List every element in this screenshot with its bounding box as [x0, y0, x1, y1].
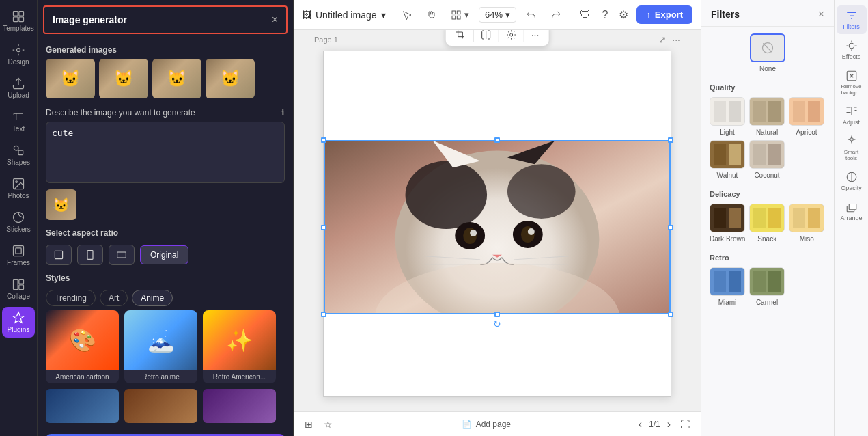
- chevron-down-icon: ▾: [464, 10, 469, 20]
- crop-tool-button[interactable]: [451, 30, 471, 43]
- filter-item-coconut[interactable]: Coconut: [749, 140, 785, 179]
- filter-item-none[interactable]: None: [710, 33, 826, 72]
- filter-section-quality: Quality Light Natural Apricot: [701, 77, 834, 183]
- export-button[interactable]: ↑ Export: [636, 5, 692, 24]
- resize-handle-mr[interactable]: [668, 225, 673, 230]
- right-icon-opacity[interactable]: Opacity: [837, 167, 867, 195]
- view-options-button[interactable]: ▾: [447, 7, 473, 23]
- bottom-left: ⊞ ☆: [302, 416, 335, 433]
- help-icon-button[interactable]: ?: [599, 6, 611, 24]
- resize-handle-bc[interactable]: [494, 312, 500, 317]
- filter-item-light[interactable]: Light: [710, 97, 745, 136]
- filter-thumb-dark-brown: [710, 204, 745, 232]
- sidebar-item-stickers[interactable]: Stickers: [2, 206, 35, 237]
- style-card-american-cartoon[interactable]: 🎨 American cartoon: [46, 310, 119, 383]
- resize-handle-tc[interactable]: [494, 137, 500, 143]
- filter-item-snack[interactable]: Snack: [749, 204, 785, 243]
- more-style-card-1[interactable]: [46, 389, 119, 423]
- svg-rect-77: [849, 204, 856, 210]
- fullscreen-button[interactable]: ⛶: [677, 416, 692, 433]
- right-icon-smart-tools[interactable]: Smart tools: [837, 131, 867, 165]
- add-page-button[interactable]: 📄 Add page: [462, 420, 511, 429]
- describe-textarea[interactable]: cute: [46, 122, 285, 183]
- sidebar-item-collage[interactable]: Collage: [2, 273, 35, 304]
- canvas-container[interactable]: Page 1 ⤢ ··· ···: [294, 30, 701, 411]
- filter-item-apricot[interactable]: Apricot: [789, 97, 824, 136]
- cat-image[interactable]: [324, 140, 671, 314]
- svg-rect-48: [768, 101, 781, 122]
- rotate-handle[interactable]: ↻: [493, 318, 501, 329]
- resize-handle-tr[interactable]: [668, 137, 673, 143]
- redo-button[interactable]: [546, 7, 565, 23]
- flip-tool-button[interactable]: [477, 30, 496, 43]
- sidebar-item-text[interactable]: Text: [2, 106, 35, 137]
- filters-close-button[interactable]: ×: [818, 8, 824, 21]
- filter-item-walnut[interactable]: Walnut: [710, 140, 745, 179]
- filter-item-miso[interactable]: Miso: [789, 204, 824, 243]
- filter-item-dark-brown[interactable]: Dark Brown: [710, 204, 745, 243]
- panel-title: Image generator: [53, 14, 127, 25]
- selected-image-container[interactable]: ↻: [324, 140, 671, 314]
- more-style-card-2[interactable]: [124, 389, 197, 423]
- right-icon-filters[interactable]: Filters: [837, 5, 867, 34]
- page-icon-more[interactable]: ···: [672, 34, 680, 45]
- filter-section-retro-title: Retro: [710, 254, 826, 262]
- svg-point-73: [849, 43, 854, 49]
- aspect-original-button[interactable]: Original: [140, 245, 188, 264]
- effects-tool-button[interactable]: [502, 30, 521, 43]
- shield-icon-button[interactable]: 🛡: [577, 6, 593, 24]
- canvas-frame: ···: [323, 51, 671, 397]
- style-card-retro-anime[interactable]: 🗻 Retro anime: [124, 310, 197, 383]
- gen-image-3[interactable]: 🐱: [152, 59, 201, 98]
- resize-handle-ml[interactable]: [321, 225, 326, 230]
- svg-rect-66: [808, 208, 820, 228]
- select-tool-button[interactable]: [397, 7, 417, 23]
- resize-handle-bl[interactable]: [321, 312, 326, 317]
- sidebar-item-design[interactable]: Design: [2, 39, 35, 70]
- panel-close-button[interactable]: ×: [272, 14, 278, 26]
- sidebar-item-plugins[interactable]: Plugins: [2, 307, 35, 338]
- doc-title[interactable]: 🖼 Untitled image ▾: [302, 10, 386, 21]
- resize-handle-tl[interactable]: [321, 137, 326, 143]
- right-icon-remove-bg[interactable]: Remove backgr...: [837, 66, 867, 100]
- sidebar-item-templates[interactable]: Templates: [2, 5, 35, 36]
- aspect-landscape-button[interactable]: [109, 245, 135, 265]
- resize-handle-br[interactable]: [668, 312, 673, 317]
- more-style-card-3[interactable]: [203, 389, 276, 423]
- filter-name-coconut: Coconut: [754, 172, 779, 179]
- svg-rect-1: [19, 12, 24, 16]
- zoom-control[interactable]: 64% ▾: [479, 7, 516, 23]
- style-tab-art[interactable]: Art: [100, 290, 128, 306]
- right-sidebar: Filters Effects Remove backgr... Adjust …: [834, 0, 868, 436]
- gen-image-2[interactable]: 🐱: [99, 59, 148, 98]
- sidebar-item-upload[interactable]: Upload: [2, 72, 35, 103]
- prev-page-button[interactable]: ‹: [637, 417, 643, 432]
- bottom-star-icon-button[interactable]: ☆: [321, 416, 335, 433]
- svg-rect-59: [714, 208, 726, 228]
- filter-item-natural[interactable]: Natural: [749, 97, 785, 136]
- toolbar-center: ▾ 64% ▾: [397, 7, 565, 23]
- sidebar-item-photos[interactable]: Photos: [2, 173, 35, 204]
- style-tab-anime[interactable]: Anime: [132, 290, 173, 306]
- sidebar-item-frames[interactable]: Frames: [2, 240, 35, 271]
- page-icon-resize[interactable]: ⤢: [658, 34, 667, 45]
- filter-item-miami[interactable]: Miami: [710, 267, 745, 306]
- undo-button[interactable]: [522, 7, 541, 23]
- settings-icon-button[interactable]: ⚙: [616, 5, 631, 24]
- more-tool-button[interactable]: ···: [527, 30, 544, 43]
- bottom-grid-icon-button[interactable]: ⊞: [302, 416, 316, 433]
- style-card-retro-american[interactable]: ✨ Retro American...: [203, 310, 276, 383]
- gen-image-4[interactable]: 🐱: [206, 59, 255, 98]
- hand-tool-button[interactable]: [422, 7, 441, 23]
- aspect-portrait-button[interactable]: [77, 245, 103, 265]
- aspect-square-button[interactable]: [46, 245, 72, 265]
- style-tab-trending[interactable]: Trending: [46, 290, 96, 306]
- next-page-button[interactable]: ›: [666, 417, 672, 432]
- sidebar-item-shapes[interactable]: Shapes: [2, 139, 35, 170]
- right-icon-adjust[interactable]: Adjust: [837, 101, 867, 130]
- right-icon-effects[interactable]: Effects: [837, 36, 867, 64]
- filter-item-carmel[interactable]: Carmel: [749, 267, 785, 306]
- svg-point-8: [16, 181, 17, 183]
- right-icon-arrange[interactable]: Arrange: [837, 197, 867, 226]
- gen-image-1[interactable]: 🐱: [46, 59, 95, 98]
